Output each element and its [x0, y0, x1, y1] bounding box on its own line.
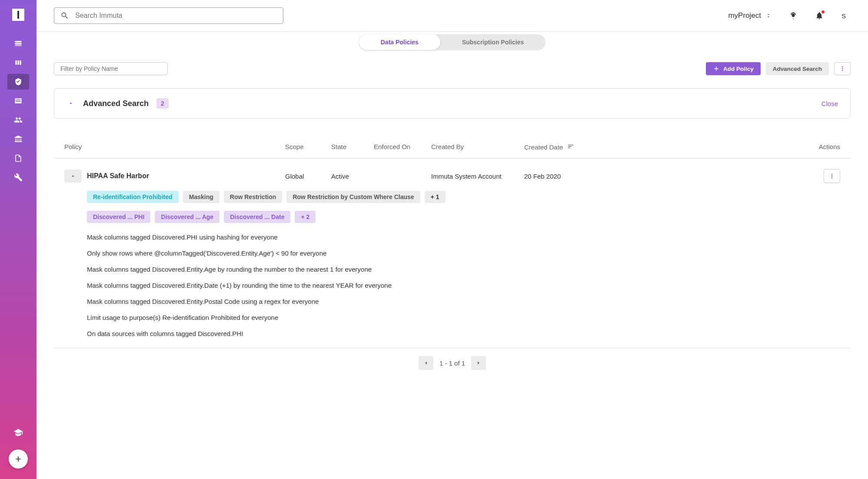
col-policy[interactable]: Policy	[64, 143, 285, 151]
avatar[interactable]: S	[837, 9, 851, 23]
sort-icon	[567, 143, 574, 151]
row-expand-toggle[interactable]	[64, 170, 82, 183]
policy-rules: Mask columns tagged Discovered.PHI using…	[87, 233, 840, 337]
policy-state: Active	[331, 173, 374, 180]
col-created-date[interactable]: Created Date	[524, 143, 589, 151]
adv-count: 2	[156, 98, 169, 109]
policy-rule: Mask columns tagged Discovered.Entity.Da…	[87, 282, 840, 289]
pagination-label: 1 - 1 of 1	[439, 359, 465, 367]
policy-tag-row-2: Discovered ... PHIDiscovered ... AgeDisc…	[87, 211, 840, 223]
filter-input[interactable]	[54, 62, 168, 75]
policy-scope: Global	[285, 173, 331, 180]
project-selector[interactable]: myProject	[728, 11, 776, 20]
add-policy-label: Add Policy	[723, 66, 754, 72]
nav-projects[interactable]	[7, 55, 29, 70]
unfold-icon	[765, 13, 772, 19]
search-box[interactable]	[54, 7, 283, 24]
adv-title: Advanced Search	[83, 99, 149, 108]
policy-row: HIPAA Safe Harbor Global Active Immuta S…	[54, 159, 851, 348]
policy-tag[interactable]: Re-identification Prohibited	[87, 191, 179, 203]
policy-rule: Limit usage to purpose(s) Re-identificat…	[87, 314, 840, 321]
policy-created-date: 20 Feb 2020	[524, 173, 589, 180]
toolbar: Add Policy Advanced Search	[54, 62, 851, 75]
policy-tag[interactable]: Discovered ... PHI	[87, 211, 150, 223]
sidebar	[0, 0, 37, 378]
nav-audit[interactable]	[7, 150, 29, 166]
table-header: Policy Scope State Enforced On Created B…	[54, 136, 851, 159]
tab-subscription-policies[interactable]: Subscription Policies	[440, 34, 545, 50]
col-enforced-on[interactable]: Enforced On	[374, 143, 431, 151]
status-icon[interactable]	[785, 7, 802, 24]
policy-name[interactable]: HIPAA Safe Harbor	[87, 172, 149, 180]
col-state[interactable]: State	[331, 143, 374, 151]
policy-tag[interactable]: + 2	[295, 211, 316, 223]
policy-table: Policy Scope State Enforced On Created B…	[54, 136, 851, 348]
policy-tag[interactable]: Discovered ... Age	[155, 211, 219, 223]
notifications-icon[interactable]	[811, 7, 828, 24]
logo-icon[interactable]	[12, 9, 24, 21]
row-actions-menu[interactable]	[824, 169, 840, 183]
nav-settings[interactable]	[7, 170, 29, 185]
policy-rule: Mask columns tagged Discovered.Entity.Ag…	[87, 266, 840, 273]
adv-collapse-toggle[interactable]	[67, 99, 75, 108]
topbar: myProject S	[37, 0, 868, 32]
col-actions: Actions	[589, 143, 840, 151]
next-page[interactable]	[471, 356, 486, 370]
nav-people[interactable]	[7, 112, 29, 128]
nav-policies[interactable]	[7, 74, 29, 90]
nav-reports[interactable]	[7, 93, 29, 109]
policy-tag-row-1: Re-identification ProhibitedMaskingRow R…	[87, 191, 840, 203]
main-content: Data Policies Subscription Policies Add …	[37, 32, 868, 378]
policy-tag[interactable]: Masking	[183, 191, 219, 203]
prev-page[interactable]	[419, 356, 433, 370]
policy-tag[interactable]: Discovered ... Date	[224, 211, 290, 223]
policy-rule: Mask columns tagged Discovered.PHI using…	[87, 233, 840, 241]
tab-data-policies[interactable]: Data Policies	[359, 34, 440, 50]
policy-rule: Mask columns tagged Discovered.Entity.Po…	[87, 298, 840, 305]
adv-close[interactable]: Close	[821, 100, 838, 107]
add-policy-button[interactable]: Add Policy	[706, 62, 761, 75]
col-scope[interactable]: Scope	[285, 143, 331, 151]
plus-icon	[713, 65, 720, 72]
notification-dot	[821, 10, 825, 13]
search-icon	[60, 11, 69, 20]
policy-tag[interactable]: Row Restriction by Custom Where Clause	[286, 191, 420, 203]
project-name: myProject	[728, 11, 761, 20]
search-input[interactable]	[75, 12, 277, 20]
policy-rule: On data sources with columns tagged Disc…	[87, 330, 840, 337]
advanced-search-panel: Advanced Search 2 Close	[54, 88, 851, 119]
policy-created-by: Immuta System Account	[431, 173, 524, 180]
pagination: 1 - 1 of 1	[54, 348, 851, 378]
policy-tag[interactable]: Row Restriction	[224, 191, 283, 203]
policy-tag[interactable]: + 1	[425, 191, 446, 203]
col-created-by[interactable]: Created By	[431, 143, 524, 151]
nav-data-sources[interactable]	[7, 36, 29, 51]
more-menu[interactable]	[834, 62, 851, 75]
policy-type-tabs: Data Policies Subscription Policies	[359, 34, 546, 50]
nav-governance[interactable]	[7, 131, 29, 147]
policy-rule: Only show rows where @columnTagged('Disc…	[87, 249, 840, 257]
advanced-search-button[interactable]: Advanced Search	[766, 62, 829, 75]
